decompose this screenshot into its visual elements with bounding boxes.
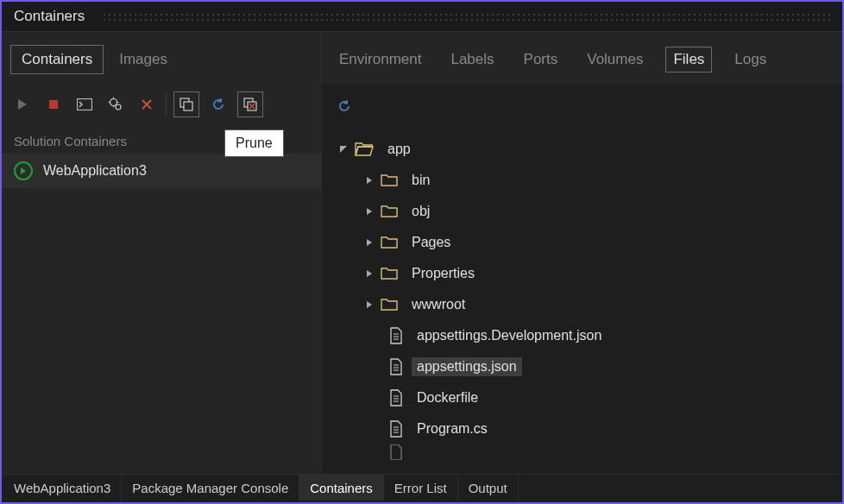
file-icon bbox=[389, 420, 403, 438]
container-details: Environment Labels Ports Volumes Files L… bbox=[322, 32, 842, 477]
collapse-arrow-icon bbox=[363, 236, 375, 249]
tab-logs[interactable]: Logs bbox=[727, 47, 773, 72]
tree-label: obj bbox=[406, 202, 435, 221]
folder-icon bbox=[381, 205, 398, 218]
collapse-arrow-icon bbox=[363, 299, 375, 311]
svg-marker-21 bbox=[367, 270, 372, 277]
bottom-tab-output[interactable]: Output bbox=[458, 475, 519, 501]
containers-sidebar: Containers Images bbox=[2, 32, 322, 477]
file-icon bbox=[389, 358, 403, 375]
tree-file[interactable]: appsettings.Development.json bbox=[325, 320, 839, 351]
files-tree: app bin obj Pages bbox=[322, 129, 842, 477]
folder-icon bbox=[381, 173, 398, 187]
terminal-button[interactable] bbox=[72, 92, 97, 117]
bottom-tab-pmc[interactable]: Package Manager Console bbox=[122, 475, 299, 501]
delete-button[interactable] bbox=[135, 92, 159, 117]
window-title: Containers bbox=[14, 8, 85, 25]
tree-label: appsettings.Development.json bbox=[412, 326, 607, 345]
bottom-tab-containers[interactable]: Containers bbox=[299, 475, 384, 501]
tab-containers[interactable]: Containers bbox=[10, 45, 104, 74]
file-icon bbox=[389, 389, 403, 406]
prune-tooltip: Prune bbox=[224, 129, 284, 157]
tab-environment[interactable]: Environment bbox=[332, 47, 428, 72]
collapse-arrow-icon bbox=[363, 268, 375, 280]
bottom-tab-errorlist[interactable]: Error List bbox=[384, 475, 458, 501]
collapse-arrow-icon bbox=[363, 205, 375, 217]
tree-file-partial[interactable] bbox=[325, 444, 839, 460]
tree-label: Properties bbox=[406, 264, 480, 283]
running-status-icon bbox=[14, 161, 33, 180]
tree-label: wwwroot bbox=[406, 295, 470, 314]
files-refresh-button[interactable] bbox=[332, 94, 356, 118]
tree-label: app bbox=[382, 140, 416, 159]
tree-file[interactable]: Program.cs bbox=[325, 413, 839, 444]
folder-icon bbox=[381, 298, 398, 312]
tree-folder-wwwroot[interactable]: wwwroot bbox=[325, 289, 839, 320]
sidebar-tabs: Containers Images bbox=[2, 32, 321, 84]
tree-file[interactable]: Dockerfile bbox=[325, 382, 839, 413]
bottom-tool-window-tabs: WebApplication3 Package Manager Console … bbox=[3, 474, 841, 501]
refresh-button[interactable] bbox=[206, 92, 230, 117]
tree-label: Pages bbox=[406, 233, 456, 252]
stop-button[interactable] bbox=[41, 92, 66, 117]
tab-files[interactable]: Files bbox=[665, 47, 712, 72]
svg-marker-19 bbox=[367, 208, 372, 215]
open-folder-icon bbox=[355, 142, 374, 157]
prune-button[interactable] bbox=[237, 91, 263, 117]
window-titlebar: Containers bbox=[2, 2, 842, 32]
svg-point-4 bbox=[116, 104, 121, 110]
tree-folder-obj[interactable]: obj bbox=[325, 196, 839, 227]
folder-icon bbox=[381, 236, 398, 249]
file-icon bbox=[389, 444, 403, 460]
tree-folder-bin[interactable]: bin bbox=[325, 165, 839, 196]
tree-label: Dockerfile bbox=[412, 388, 483, 407]
tree-label: bin bbox=[406, 171, 435, 190]
tab-volumes[interactable]: Volumes bbox=[580, 47, 650, 72]
svg-rect-1 bbox=[49, 100, 58, 109]
bottom-tab-webapp[interactable]: WebApplication3 bbox=[3, 475, 122, 501]
tree-folder-app[interactable]: app bbox=[325, 134, 839, 165]
collapse-arrow-icon bbox=[363, 174, 375, 186]
sidebar-toolbar bbox=[2, 84, 321, 125]
tree-folder-pages[interactable]: Pages bbox=[325, 227, 839, 258]
file-icon bbox=[389, 327, 403, 344]
tree-label: Program.cs bbox=[412, 419, 493, 438]
container-name: WebApplication3 bbox=[43, 163, 147, 179]
svg-rect-2 bbox=[78, 99, 92, 110]
svg-marker-22 bbox=[367, 301, 372, 308]
svg-rect-12 bbox=[184, 102, 192, 110]
settings-button[interactable] bbox=[104, 92, 128, 117]
windows-button[interactable] bbox=[173, 91, 199, 117]
tree-file-selected[interactable]: appsettings.json bbox=[325, 351, 839, 382]
toolbar-separator bbox=[166, 93, 167, 116]
tab-ports[interactable]: Ports bbox=[517, 47, 565, 72]
svg-marker-0 bbox=[18, 99, 27, 110]
tree-label: appsettings.json bbox=[412, 357, 522, 376]
tree-folder-properties[interactable]: Properties bbox=[325, 258, 839, 289]
svg-marker-17 bbox=[340, 146, 347, 153]
grip-area bbox=[102, 12, 830, 21]
svg-point-3 bbox=[110, 99, 117, 106]
start-button[interactable] bbox=[10, 92, 35, 117]
folder-icon bbox=[381, 267, 398, 280]
files-toolbar bbox=[322, 84, 842, 129]
detail-tabs: Environment Labels Ports Volumes Files L… bbox=[322, 32, 842, 84]
solution-container-item[interactable]: WebApplication3 bbox=[2, 154, 321, 188]
expand-arrow-icon bbox=[337, 143, 350, 155]
tab-images[interactable]: Images bbox=[109, 46, 178, 73]
svg-marker-18 bbox=[367, 177, 372, 184]
svg-marker-20 bbox=[367, 239, 372, 246]
tab-labels[interactable]: Labels bbox=[444, 47, 501, 72]
